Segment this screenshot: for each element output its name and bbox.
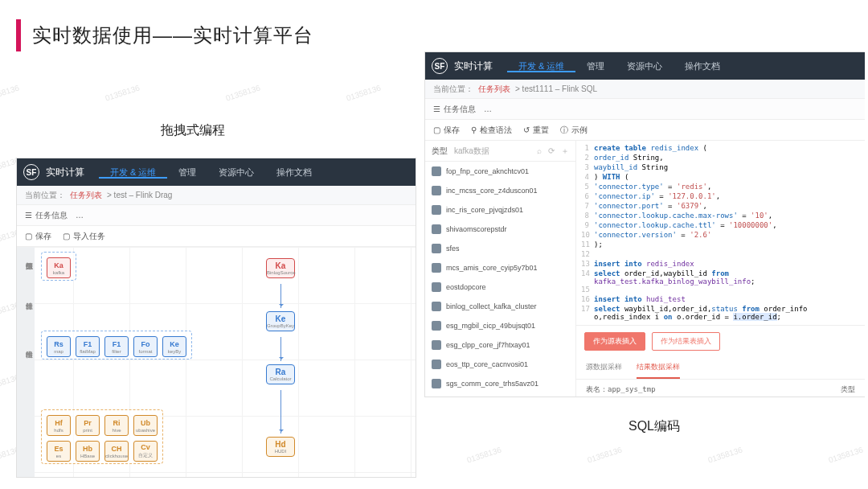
save-button[interactable]: ▢ 保存: [433, 125, 460, 136]
palette-chip[interactable]: F1flatMap: [76, 336, 100, 357]
save-button[interactable]: ▢ 保存: [25, 231, 51, 242]
palette-chip[interactable]: Rsmap: [47, 336, 71, 357]
code-line[interactable]: 3waybill_id String: [581, 163, 860, 173]
nav-item[interactable]: 管理: [167, 167, 207, 177]
table-icon: [432, 360, 441, 369]
flow-node-groupby[interactable]: KeGroupByKey: [266, 311, 295, 331]
drag-topnav: SF 实时计算 开发 & 运维管理资源中心操作文档: [17, 158, 416, 186]
table-list-item[interactable]: esg_mgbil_cicp_49bujsqt01: [425, 316, 575, 335]
palette-chip[interactable]: Foformat: [133, 336, 158, 357]
table-icon: [432, 263, 441, 273]
subtitle-drag: 拖拽式编程: [161, 122, 225, 139]
add-icon[interactable]: ＋: [561, 146, 569, 157]
example-button[interactable]: ⓘ 示例: [560, 125, 588, 136]
table-icon: [432, 186, 441, 195]
type-select[interactable]: kafka数据: [454, 146, 489, 157]
palette-chip[interactable]: Prprint: [76, 415, 100, 436]
tab-source-sample[interactable]: 源数据采样: [586, 357, 622, 379]
palette-operators[interactable]: RsmapF1flatMapF1filterFoformatKekeyBy: [41, 331, 192, 360]
nav-item[interactable]: 开发 & 运维: [507, 61, 575, 72]
palette-chip-kafka[interactable]: Kakafka: [47, 257, 71, 278]
code-line[interactable]: 1create table redis_index (: [581, 144, 860, 154]
table-list-item[interactable]: mcs_amis_core_cyip5y7b01: [425, 258, 575, 277]
nav-item[interactable]: 资源中心: [616, 61, 674, 71]
code-line[interactable]: 12: [581, 250, 860, 260]
tab-task-info[interactable]: ☰ 任务信息: [433, 104, 476, 115]
palette-chip[interactable]: Eses: [47, 441, 71, 462]
code-line[interactable]: 15: [581, 286, 860, 295]
breadcrumb-link[interactable]: 任务列表: [478, 84, 510, 95]
tab-more[interactable]: …: [484, 105, 492, 113]
code-line[interactable]: 14select order_id,waybill_id from kafka_…: [581, 269, 860, 286]
palette-chip[interactable]: CHclickhouse: [104, 441, 129, 462]
flow-node-source[interactable]: KaBinlogSource: [266, 258, 295, 278]
palette-chip[interactable]: F1filter: [104, 336, 129, 357]
palette-chip[interactable]: Ububashive: [133, 415, 158, 436]
breadcrumb-link[interactable]: 任务列表: [70, 190, 102, 201]
table-list-item[interactable]: shivaomscorepstdr: [425, 220, 575, 239]
palette-outputs[interactable]: HfhdfsPrprintRihiveUbubashive EsesHbHBas…: [41, 409, 163, 464]
logo-icon: SF: [432, 58, 448, 74]
code-line[interactable]: 8'connector.lookup.cache.max-rows' = '10…: [581, 212, 860, 221]
palette-chip[interactable]: HbHBase: [76, 441, 100, 462]
code-line[interactable]: 9'connector.lookup.cache.ttl' = '1000000…: [581, 221, 860, 231]
side-label-src: 数据源组件: [17, 250, 35, 257]
nav-item[interactable]: 操作文档: [674, 61, 731, 71]
palette-source[interactable]: Kakafka: [41, 252, 76, 281]
nav-item[interactable]: 操作文档: [265, 167, 323, 177]
table-list-item[interactable]: sfes: [425, 239, 575, 258]
table-list-item[interactable]: eostdopcore: [425, 277, 575, 297]
palette-chip[interactable]: Cv自定义: [133, 441, 158, 462]
breadcrumb: 当前位置： 任务列表 > test1111 – Flink SQL: [425, 80, 865, 99]
table-list-item[interactable]: inc_mcss_core_z4duscon01: [425, 181, 575, 200]
dt-label-name: 表名：: [586, 385, 608, 393]
flow-node-sink[interactable]: HdHUDI: [266, 437, 295, 457]
code-line[interactable]: 16insert into hudi_test: [581, 295, 860, 305]
table-list-item[interactable]: esg_mgbil_cicp_qlggx0gb01: [425, 393, 575, 397]
table-icon: [432, 224, 441, 234]
breadcrumb-prefix: 当前位置：: [25, 190, 65, 201]
table-list-item[interactable]: binlog_collect_kafka_cluster: [425, 297, 575, 316]
search-icon[interactable]: ⌕: [537, 146, 542, 155]
import-button[interactable]: ▢ 导入任务: [63, 231, 105, 242]
dt-label-type: 类型: [841, 384, 855, 395]
palette-chip[interactable]: KekeyBy: [162, 336, 186, 357]
canvas[interactable]: 数据源组件 计算组件 输出组件 Kakafka RsmapF1flatMapF1…: [17, 247, 416, 478]
sql-topnav: SF 实时计算 开发 & 运维管理资源中心操作文档: [425, 52, 865, 80]
brand-label: 实时计算: [46, 166, 84, 179]
refresh-icon[interactable]: ⟳: [548, 146, 555, 155]
nav-item[interactable]: 资源中心: [207, 167, 265, 177]
flow-node-calc[interactable]: RaCalculator: [266, 364, 295, 384]
side-label-out: 输出组件: [17, 339, 35, 345]
table-list-item[interactable]: sgs_comm_core_trhs5avz01: [425, 374, 575, 393]
nav-item[interactable]: 开发 & 运维: [99, 167, 167, 179]
insert-as-result-button[interactable]: 作为结果表插入: [652, 332, 720, 351]
code-line[interactable]: 7'connector.port' = '6379',: [581, 202, 860, 212]
tab-more[interactable]: …: [76, 211, 84, 220]
palette-chip[interactable]: Rihive: [104, 415, 129, 436]
code-line[interactable]: 2order_id String,: [581, 154, 860, 163]
side-column: 数据源组件 计算组件 输出组件: [17, 247, 35, 478]
code-line[interactable]: 13insert into redis_index: [581, 260, 860, 269]
table-list-item[interactable]: eos_ttp_core_cacnvosi01: [425, 355, 575, 374]
nav-item[interactable]: 管理: [575, 61, 616, 71]
check-syntax-button[interactable]: ⚲ 检查语法: [471, 125, 512, 136]
table-icon: [432, 282, 441, 292]
code-line[interactable]: 11);: [581, 240, 860, 250]
palette-chip[interactable]: Hfhdfs: [47, 415, 71, 436]
code-line[interactable]: 4) WITH (: [581, 173, 860, 183]
breadcrumb: 当前位置： 任务列表 > test – Flink Drag: [17, 186, 416, 205]
watermark: 01358136: [465, 445, 502, 464]
code-line[interactable]: 6'connector.ip' = '127.0.0.1',: [581, 192, 860, 202]
reset-button[interactable]: ↺ 重置: [523, 125, 549, 136]
insert-as-source-button[interactable]: 作为源表插入: [584, 332, 645, 351]
code-line[interactable]: 17select waybill_id,order_id,status from…: [581, 305, 860, 321]
table-list-item[interactable]: inc_ris_core_pjvqjzds01: [425, 200, 575, 220]
table-list-item[interactable]: esg_clpp_core_jf7htxay01: [425, 335, 575, 355]
code-line[interactable]: 5'connector.type' = 'redis',: [581, 183, 860, 192]
code-line[interactable]: 10'connector.version' = '2.6': [581, 231, 860, 240]
tab-result-sample[interactable]: 结果数据采样: [637, 357, 680, 379]
code-editor[interactable]: 1create table redis_index (2order_id Str…: [576, 141, 865, 397]
table-list-item[interactable]: fop_fnp_core_aknchtcv01: [425, 162, 575, 181]
tab-task-info[interactable]: ☰ 任务信息: [25, 210, 68, 221]
